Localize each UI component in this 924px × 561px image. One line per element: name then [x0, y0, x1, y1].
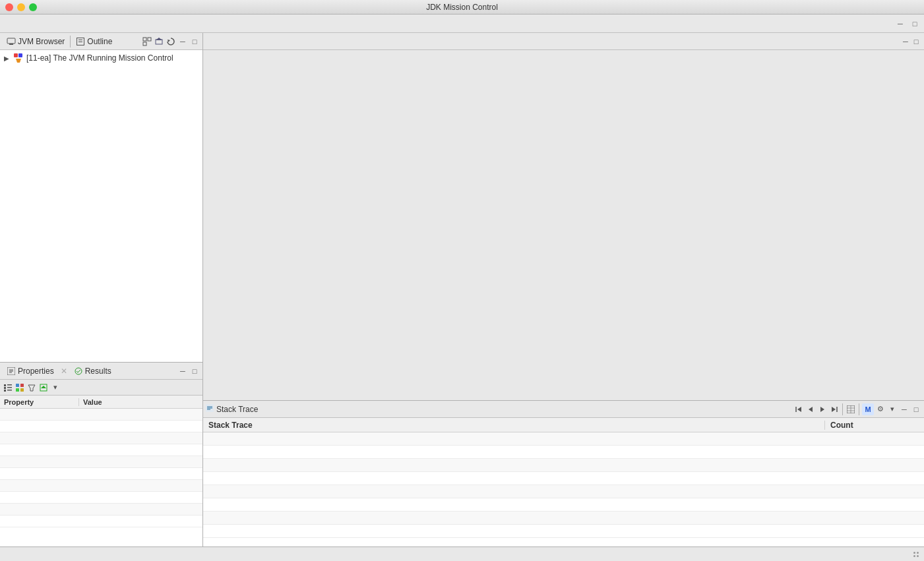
st-first-button[interactable]	[793, 404, 804, 415]
stack-trace-panel: Stack Trace	[203, 400, 924, 546]
collapse-tree-button[interactable]	[142, 36, 152, 47]
panel-maximize-button[interactable]: □	[189, 36, 200, 47]
properties-icon	[7, 367, 16, 376]
st-filter-icon: ▾	[890, 405, 894, 413]
maximize-view-button[interactable]: □	[908, 17, 921, 30]
prop-list-view[interactable]	[3, 382, 13, 393]
prop-row	[0, 421, 202, 432]
bottom-panel-maximize[interactable]: □	[189, 366, 200, 376]
svg-marker-38	[832, 407, 836, 412]
st-sep2	[859, 403, 859, 415]
st-row	[203, 446, 924, 459]
tab-separator	[70, 36, 71, 47]
main-content: JVM Browser Outline	[0, 33, 924, 546]
prop-categorized-view[interactable]	[15, 382, 25, 393]
stack-trace-content: Stack Trace Count	[203, 418, 924, 546]
st-col-trace-header: Stack Trace	[203, 421, 825, 430]
st-row	[203, 512, 924, 525]
st-row	[203, 525, 924, 538]
svg-rect-21	[7, 390, 12, 391]
left-top-header: JVM Browser Outline	[0, 33, 202, 50]
svg-rect-8	[14, 53, 18, 57]
panel-minimize-button[interactable]: ─	[177, 36, 188, 47]
properties-toolbar: ▾	[0, 380, 202, 396]
svg-rect-20	[4, 390, 6, 392]
svg-rect-1	[9, 44, 13, 45]
st-min-icon: ─	[902, 405, 907, 413]
maximize-icon: □	[913, 20, 917, 28]
st-last-button[interactable]	[829, 404, 840, 415]
st-minimize-button[interactable]: ─	[899, 404, 909, 415]
tab-outline[interactable]: Outline	[72, 36, 116, 47]
minimize-view-button[interactable]: ─	[894, 17, 907, 30]
st-m-button[interactable]: M	[862, 403, 874, 415]
svg-rect-9	[18, 53, 22, 57]
results-label: Results	[85, 367, 111, 376]
bottom-panel-actions: ─ □	[177, 366, 200, 376]
svg-rect-25	[20, 388, 24, 392]
resize-dot	[917, 552, 919, 554]
expand-tree-button[interactable]	[154, 36, 164, 47]
svg-marker-26	[28, 385, 35, 391]
prop-row	[0, 516, 202, 527]
stack-trace-label: Stack Trace	[216, 405, 258, 414]
panel-maximize-icon: □	[193, 38, 197, 45]
prop-dropdown[interactable]: ▾	[50, 382, 61, 393]
tree-expand-arrow: ▶	[4, 55, 11, 62]
st-next-button[interactable]	[817, 404, 828, 415]
right-max-icon: □	[914, 38, 919, 45]
minimize-button[interactable]	[17, 3, 25, 11]
tab-properties[interactable]: Properties	[3, 365, 58, 377]
svg-rect-17	[7, 384, 12, 386]
bottom-min-icon: ─	[180, 367, 185, 375]
tree-item-jvm[interactable]: ▶ [11-ea] The JVM Running Mission Contro…	[0, 51, 202, 65]
outline-label: Outline	[87, 37, 112, 46]
resize-dot	[913, 555, 915, 557]
bottom-panel-minimize[interactable]: ─	[177, 366, 188, 376]
close-button[interactable]	[5, 3, 13, 11]
left-top-actions: ─ □	[142, 36, 200, 47]
window-title: JDK Mission Control	[426, 3, 498, 12]
title-bar: JDK Mission Control	[0, 0, 924, 15]
svg-marker-6	[156, 38, 162, 40]
svg-rect-22	[16, 384, 19, 387]
maximize-button[interactable]	[29, 3, 37, 11]
tree-item-label: [11-ea] The JVM Running Mission Control	[26, 53, 173, 63]
st-col-count-header: Count	[825, 421, 924, 430]
right-panel: ─ □	[203, 33, 924, 546]
svg-rect-24	[16, 388, 19, 392]
prop-row	[0, 492, 202, 504]
resize-dot	[917, 555, 919, 557]
st-row	[203, 485, 924, 498]
properties-label: Properties	[18, 367, 54, 376]
results-icon	[74, 367, 83, 376]
prop-row	[0, 480, 202, 492]
prop-filter[interactable]	[26, 382, 37, 393]
left-bottom-header: Properties ✕ Results	[0, 363, 202, 380]
st-filter-button[interactable]: ▾	[887, 404, 898, 415]
right-maximize-button[interactable]: □	[911, 36, 921, 47]
st-maximize-button[interactable]: □	[911, 404, 921, 415]
st-m-icon: M	[865, 405, 871, 413]
svg-rect-5	[156, 40, 162, 44]
right-minimize-button[interactable]: ─	[900, 36, 911, 47]
st-table-button[interactable]	[846, 404, 856, 415]
st-prev-button[interactable]	[805, 404, 816, 415]
jvm-tree: ▶ [11-ea] The JVM Running Mission Contro…	[0, 50, 202, 362]
tab-jvm-browser[interactable]: JVM Browser	[3, 36, 69, 47]
refresh-button[interactable]	[166, 36, 176, 47]
tab-results[interactable]: Results	[70, 365, 115, 377]
st-settings-button[interactable]: ⚙	[875, 404, 886, 415]
left-bottom-panel: Properties ✕ Results	[0, 362, 202, 546]
st-settings-icon: ⚙	[877, 405, 884, 413]
window-controls	[5, 3, 37, 11]
st-max-icon: □	[914, 405, 919, 413]
jvm-item-icon	[13, 53, 24, 63]
prop-row	[0, 504, 202, 516]
jvm-browser-icon	[7, 37, 16, 46]
st-table-header: Stack Trace Count	[203, 418, 924, 432]
resize-handle[interactable]	[913, 552, 919, 557]
jvm-browser-label: JVM Browser	[18, 37, 65, 46]
svg-marker-28	[41, 386, 46, 388]
prop-export[interactable]	[38, 382, 49, 393]
